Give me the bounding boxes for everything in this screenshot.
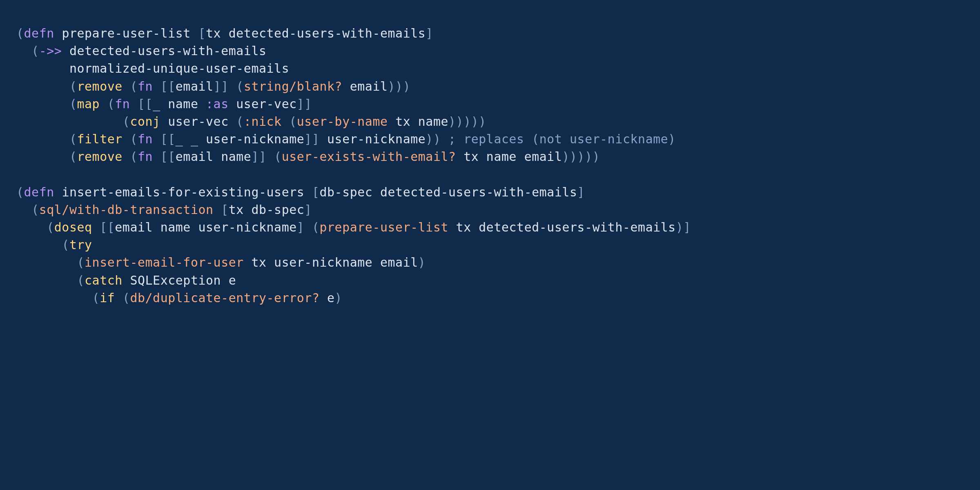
code-token: ]]: [214, 79, 229, 94]
code-token: ]]: [251, 149, 266, 164]
code-token: (: [16, 185, 24, 199]
code-token: ]: [577, 185, 585, 199]
code-token: [160, 114, 168, 129]
code-token: [16, 238, 62, 252]
code-token: SQLException e: [130, 273, 236, 287]
code-token: string/blank?: [244, 79, 342, 94]
code-token: [229, 79, 236, 94]
code-token: insert-email-for-user: [85, 255, 244, 270]
code-token: [16, 291, 92, 305]
code-token: tx name: [395, 114, 448, 129]
code-token: fn: [138, 149, 153, 164]
code-token: prepare-user-list: [62, 26, 191, 40]
code-token: defn: [24, 26, 54, 40]
code-token: tx user-nickname email: [251, 255, 418, 270]
code-token: [456, 149, 464, 164]
code-token: [153, 132, 160, 146]
code-token: try: [69, 238, 92, 252]
code-token: (: [47, 220, 54, 234]
code-token: (: [31, 44, 39, 58]
code-token: user-exists-with-email?: [282, 149, 456, 164]
code-token: [282, 114, 290, 129]
code-token: ]: [425, 26, 433, 40]
code-token: [122, 149, 130, 164]
code-token: [16, 149, 69, 164]
code-token: [304, 220, 312, 234]
code-token: [16, 273, 77, 287]
code-token: tx name email: [463, 149, 562, 164]
code-token: ->>: [39, 44, 62, 58]
code-token: [92, 220, 100, 234]
code-token: normalized-unique-user-emails: [69, 61, 289, 76]
code-token: (: [77, 255, 85, 270]
code-token: db-spec detected-users-with-emails: [319, 185, 577, 199]
code-token: email: [176, 79, 214, 94]
code-token: [54, 185, 62, 199]
code-token: ]: [297, 220, 305, 234]
code-token: (: [289, 114, 297, 129]
code-token: (: [130, 132, 138, 146]
code-token: (: [122, 291, 130, 305]
code-token: fn: [138, 132, 153, 146]
code-token: (: [236, 114, 244, 129]
code-token: [[: [160, 149, 176, 164]
code-token: insert-emails-for-existing-users: [62, 185, 304, 199]
code-token: (: [236, 79, 244, 94]
code-token: (: [69, 132, 77, 146]
code-token: (: [77, 273, 85, 287]
code-token: [: [312, 185, 320, 199]
code-token: (: [274, 149, 282, 164]
code-token: [16, 61, 69, 76]
code-block: (defn prepare-user-list [tx detected-use…: [0, 0, 980, 307]
code-token: email: [350, 79, 388, 94]
code-token: [: [221, 203, 229, 217]
code-token: (: [62, 238, 69, 252]
code-token: filter: [77, 132, 122, 146]
code-token: [16, 255, 77, 270]
code-token: [122, 79, 130, 94]
code-token: (: [130, 79, 138, 94]
code-token: [: [198, 26, 206, 40]
code-token: ): [335, 291, 343, 305]
code-token: [[: [160, 132, 176, 146]
code-token: [319, 291, 327, 305]
code-token: [16, 79, 69, 94]
code-token: fn: [138, 79, 153, 94]
code-token: :nick: [244, 114, 282, 129]
code-token: (: [92, 291, 100, 305]
code-token: )): [425, 132, 441, 146]
code-token: ): [418, 255, 426, 270]
code-token: [448, 220, 456, 234]
code-token: conj: [130, 114, 160, 129]
code-token: [130, 97, 138, 111]
code-token: [122, 273, 130, 287]
code-token: user-nickname: [327, 132, 425, 146]
code-token: remove: [77, 149, 122, 164]
code-token: [[: [138, 97, 153, 111]
code-token: [244, 255, 252, 270]
code-token: [16, 97, 69, 111]
code-token: [153, 149, 160, 164]
code-token: db/duplicate-entry-error?: [130, 291, 319, 305]
code-token: ))))): [562, 149, 600, 164]
code-token: [115, 291, 122, 305]
code-token: catch: [85, 273, 122, 287]
code-token: ; replaces (not user-nickname): [448, 132, 676, 146]
code-token: (: [312, 220, 320, 234]
code-token: tx detected-users-with-emails: [456, 220, 676, 234]
code-token: if: [100, 291, 115, 305]
code-token: ]]: [304, 132, 319, 146]
code-token: (: [69, 79, 77, 94]
code-token: (: [130, 149, 138, 164]
code-token: _ name: [153, 97, 206, 111]
code-token: [342, 79, 350, 94]
code-token: ))): [388, 79, 411, 94]
code-token: ]]: [297, 97, 312, 111]
code-token: (: [107, 97, 115, 111]
code-token: [153, 79, 160, 94]
code-token: user-vec: [168, 114, 236, 129]
code-token: doseq: [54, 220, 92, 234]
code-token: [214, 203, 221, 217]
code-token: tx db-spec: [229, 203, 305, 217]
code-token: map: [77, 97, 100, 111]
